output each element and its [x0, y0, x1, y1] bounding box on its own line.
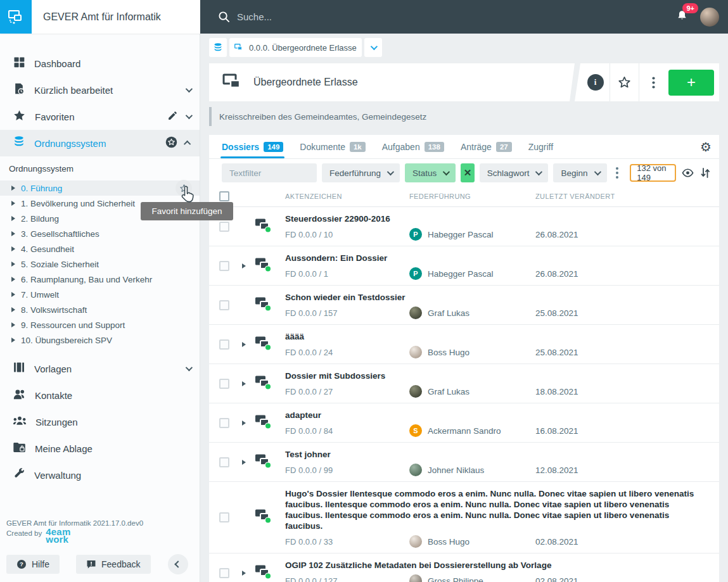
table-row[interactable]: Test johner FD 0.0.0 / 99 Johner Niklaus… — [209, 443, 719, 482]
tab-dokumente[interactable]: Dokumente1k — [300, 135, 365, 158]
tab-aufgaben[interactable]: Aufgaben138 — [382, 135, 444, 158]
sort-button[interactable] — [699, 164, 712, 182]
collapse-sidebar-button[interactable] — [168, 554, 188, 574]
expand-triangle-icon[interactable] — [11, 216, 15, 221]
sidebar-item-dashboard[interactable]: Dashboard — [0, 50, 200, 77]
table-row[interactable]: OGIP 102 Zusätzliche Metadaten bei Dossi… — [209, 554, 719, 582]
favorite-button[interactable] — [610, 63, 639, 101]
expand-arrow-icon[interactable] — [242, 342, 246, 347]
responsible-person[interactable]: Boss Hugo — [409, 346, 535, 358]
select-all-checkbox[interactable] — [219, 191, 229, 201]
expand-triangle-icon[interactable] — [11, 322, 15, 327]
responsible-person[interactable]: Graf Lukas — [409, 307, 535, 319]
column-header[interactable]: FEDERFÜHRUNG — [409, 193, 471, 200]
expand-triangle-icon[interactable] — [11, 262, 15, 267]
row-checkbox[interactable] — [219, 379, 229, 389]
tree-node[interactable]: 6. Raumplanung, Bau und Verkehr — [0, 272, 200, 287]
responsible-person[interactable]: PHabegger Pascal — [409, 267, 535, 280]
table-row[interactable]: Hugo's Dossier llentesque commodo eros a… — [209, 482, 719, 554]
feedback-button[interactable]: Feedback — [76, 555, 150, 574]
row-checkbox[interactable] — [219, 418, 229, 428]
filter-status[interactable]: Status — [405, 163, 456, 182]
search-input[interactable] — [237, 11, 490, 22]
expand-arrow-icon[interactable] — [242, 571, 246, 576]
tree-node[interactable]: 9. Ressourcen und Support — [0, 317, 200, 332]
breadcrumb-item[interactable]: 0.0.0. Übergeordnete Erlasse — [229, 38, 362, 57]
sidebar-item-ordnungssystem[interactable]: Ordnungssystem — [0, 130, 200, 156]
sidebar-item-favorites[interactable]: Favoriten — [0, 103, 200, 130]
sidebar-item-vorlagen[interactable]: Vorlagen — [0, 355, 200, 382]
table-row[interactable]: adapteur FD 0.0.0 / 84 SAckermann Sandro… — [209, 403, 719, 443]
dossier-title[interactable]: ääää — [285, 331, 704, 342]
listing-settings-gear-icon[interactable]: ⚙ — [700, 139, 712, 155]
breadcrumb-dropdown-button[interactable] — [364, 38, 382, 57]
expand-arrow-icon[interactable] — [242, 263, 246, 269]
notifications-button[interactable]: 9+ — [675, 9, 689, 25]
responsible-person[interactable]: PHabegger Pascal — [409, 228, 535, 241]
text-filter-input[interactable] — [222, 163, 317, 182]
dossier-title[interactable]: Dossier mit Subdossiers — [285, 370, 704, 381]
global-search[interactable] — [218, 11, 675, 23]
dossier-title[interactable]: Test johner — [285, 449, 704, 460]
tree-node[interactable]: 8. Volkswirtschaft — [0, 302, 200, 317]
dossier-title[interactable]: adapteur — [285, 410, 704, 421]
filter-federfuehrung[interactable]: Federführung — [322, 163, 400, 182]
row-checkbox[interactable] — [219, 512, 229, 522]
row-checkbox[interactable] — [219, 300, 229, 310]
tree-node[interactable]: 4. Gesundheit — [0, 241, 200, 256]
more-filters-button[interactable] — [613, 167, 622, 179]
responsible-person[interactable]: Johner Niklaus — [409, 464, 535, 476]
tree-node[interactable]: 10. Übungsbereich SPV — [0, 332, 200, 348]
dossier-title[interactable]: OGIP 102 Zusätzliche Metadaten bei Dossi… — [285, 560, 704, 571]
clear-filter-button[interactable]: ✕ — [461, 163, 474, 182]
toggle-visibility-button[interactable] — [681, 164, 694, 182]
expand-triangle-icon[interactable] — [11, 201, 15, 206]
responsible-person[interactable]: Boss Hugo — [409, 535, 535, 548]
expand-arrow-icon[interactable] — [242, 421, 246, 426]
user-avatar[interactable] — [700, 8, 719, 27]
breadcrumb-root[interactable] — [209, 38, 227, 57]
dossier-title[interactable]: Hugo's Dossier llentesque commodo eros a… — [285, 488, 704, 531]
expand-triangle-icon[interactable] — [11, 186, 15, 191]
column-header[interactable]: ZULETZT VERÄNDERT — [535, 193, 615, 200]
responsible-person[interactable]: Gross Philippe — [409, 574, 535, 582]
sidebar-item-recent[interactable]: Kürzlich bearbeitet — [0, 77, 200, 103]
tree-node[interactable]: 5. Soziale Sicherheit — [0, 256, 200, 272]
tree-node[interactable]: 3. Gesellschaftliches — [0, 226, 200, 241]
expand-triangle-icon[interactable] — [11, 277, 15, 282]
expand-triangle-icon[interactable] — [11, 307, 15, 312]
pencil-icon[interactable] — [167, 110, 178, 123]
app-logo[interactable] — [0, 0, 32, 34]
more-actions-button[interactable] — [639, 63, 668, 101]
row-checkbox[interactable] — [219, 261, 229, 271]
add-button[interactable]: + — [668, 70, 714, 96]
tree-node[interactable]: 7. Umwelt — [0, 287, 200, 302]
dossier-title[interactable]: Schon wieder ein Testdossier — [285, 292, 704, 303]
table-row[interactable]: Schon wieder ein Testdossier FD 0.0.0 / … — [209, 286, 719, 325]
info-button[interactable]: i — [581, 63, 610, 101]
filter-beginn[interactable]: Beginn — [553, 163, 606, 182]
tab-dossiers[interactable]: Dossiers149 — [222, 135, 283, 158]
responsible-person[interactable]: SAckermann Sandro — [409, 424, 535, 437]
sidebar-item-verwaltung[interactable]: Verwaltung — [0, 462, 200, 488]
expand-arrow-icon[interactable] — [242, 381, 246, 386]
sidebar-item-kontakte[interactable]: Kontakte — [0, 382, 200, 408]
tab-anträge[interactable]: Anträge27 — [461, 135, 512, 158]
responsible-person[interactable]: Graf Lukas — [409, 385, 535, 398]
expand-triangle-icon[interactable] — [11, 231, 15, 236]
filter-schlagwort[interactable]: Schlagwort — [480, 163, 549, 182]
expand-triangle-icon[interactable] — [11, 246, 15, 251]
dossier-title[interactable]: Steuerdossier 22900-2016 — [285, 213, 704, 224]
tab-zugriff[interactable]: Zugriff — [528, 135, 553, 158]
row-checkbox[interactable] — [219, 568, 229, 578]
expand-triangle-icon[interactable] — [11, 338, 15, 343]
table-row[interactable]: Aussondern: Ein Dossier FD 0.0.0 / 1 PHa… — [209, 246, 719, 286]
column-header[interactable]: AKTENZEICHEN — [285, 193, 342, 200]
expand-triangle-icon[interactable] — [11, 292, 15, 297]
favorited-star-circle-icon[interactable] — [165, 136, 178, 151]
dossier-title[interactable]: Aussondern: Ein Dossier — [285, 253, 704, 263]
row-checkbox[interactable] — [219, 339, 229, 350]
sidebar-item-meine-ablage[interactable]: Meine Ablage — [0, 435, 200, 462]
table-row[interactable]: Steuerdossier 22900-2016 FD 0.0.0 / 10 P… — [209, 207, 719, 246]
tree-node[interactable]: 0. Führung — [0, 180, 200, 196]
